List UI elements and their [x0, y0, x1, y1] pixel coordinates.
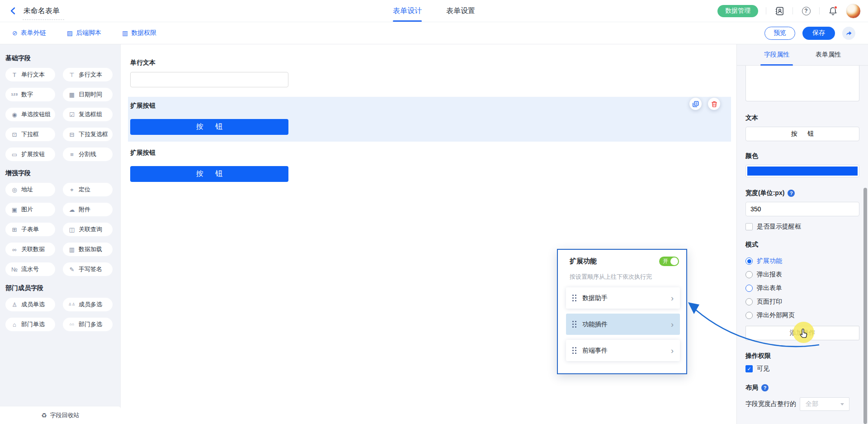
field-pill[interactable]: ▭ 扩展按钮 [5, 148, 55, 161]
save-button[interactable]: 保存 [802, 27, 835, 40]
field-pill-icon: 123 [11, 93, 18, 96]
row-width-select[interactable]: 全部 [800, 397, 849, 411]
user-avatar[interactable] [846, 4, 861, 19]
field-pill[interactable]: ⌖ 定位 [63, 183, 113, 196]
popup-item[interactable]: 前端事件 › [566, 340, 680, 361]
width-input[interactable] [745, 202, 859, 216]
field-pill[interactable]: ☁ 附件 [63, 203, 113, 216]
field-pill[interactable]: ▦ 日期时间 [63, 88, 113, 101]
properties-tab[interactable]: 字段属性 [764, 44, 789, 65]
reminder-checkbox-row[interactable]: 是否显示提醒框 [745, 223, 859, 231]
field-pill[interactable]: T 单行文本 [5, 68, 55, 81]
add-action-button[interactable]: 添加操作 [745, 326, 859, 340]
checkbox-checked-icon[interactable]: ✓ [745, 365, 753, 372]
chevron-right-icon: › [671, 294, 674, 302]
workspace: 基础字段 T 单行文本 ⊤ 多行文本 123 数字 [0, 44, 868, 424]
field-pill[interactable]: ⊤ 多行文本 [63, 68, 113, 81]
color-picker[interactable] [745, 165, 859, 177]
field-pill[interactable]: ◎ 地址 [5, 183, 55, 196]
back-button[interactable] [9, 7, 17, 15]
toolbar-links: ⊘ 表单外链 ▨ 后端脚本 ▥ 数据权限 [12, 29, 156, 37]
field-pill[interactable]: ☑ 复选框组 [63, 108, 113, 121]
help-icon[interactable]: ? [801, 5, 811, 16]
button-text-input[interactable] [745, 127, 859, 141]
properties-panel: 字段属性 表单属性 文本 颜色 宽度(单位:px) ? [736, 44, 868, 424]
field-label: 扩展按钮 [130, 102, 731, 110]
vertical-scrollbar[interactable] [863, 188, 867, 424]
preview-button[interactable]: 预览 [764, 27, 795, 40]
form-canvas: 单行文本 扩展按钮 按 钮 扩展按钮 按 钮 [121, 44, 736, 424]
permission-label: 操作权限 [745, 352, 859, 360]
radio-icon[interactable] [745, 285, 753, 292]
field-library-sidebar: 基础字段 T 单行文本 ⊤ 多行文本 123 数字 [0, 44, 121, 424]
field-pill[interactable]: ✎ 手写签名 [63, 262, 113, 276]
radio-icon[interactable] [745, 257, 753, 265]
field-pill[interactable]: ♙ 成员单选 [5, 298, 55, 311]
help-icon[interactable]: ? [761, 384, 769, 391]
field-pill-icon: ⌂ [11, 322, 18, 328]
canvas-field-button-selected[interactable]: 扩展按钮 按 钮 [128, 97, 731, 142]
field-pill[interactable]: ⊟ 下拉复选框 [63, 128, 113, 141]
field-pill[interactable]: ⊞ 子表单 [5, 223, 55, 236]
toolbar-link[interactable]: ▨ 后端脚本 [67, 29, 101, 37]
drag-handle-icon[interactable] [572, 347, 576, 354]
field-pill[interactable]: ⌂ 部门单选 [5, 318, 55, 331]
radio-icon[interactable] [745, 312, 753, 319]
field-pill[interactable]: 123 数字 [5, 88, 55, 101]
radio-icon[interactable] [745, 271, 753, 278]
field-pill[interactable]: ◉ 单选按钮组 [5, 108, 55, 121]
row-width-label: 字段宽度占整行的 [745, 400, 796, 408]
address-book-icon[interactable] [774, 5, 785, 16]
radio-icon[interactable] [745, 298, 753, 305]
extension-toggle[interactable]: 开 [659, 257, 679, 266]
popup-item[interactable]: 功能插件 › [566, 314, 680, 335]
field-pill[interactable]: ▥ 数据加载 [63, 243, 113, 256]
canvas-field-button[interactable]: 扩展按钮 按 钮 [130, 149, 736, 182]
help-icon[interactable]: ? [788, 190, 795, 197]
notification-bell-icon[interactable] [827, 5, 838, 16]
properties-tab[interactable]: 表单属性 [816, 44, 841, 65]
field-pill-icon: № [11, 267, 18, 272]
drag-handle-icon[interactable] [572, 295, 576, 302]
field-recycle-bin[interactable]: ♻ 字段回收站 [0, 406, 121, 424]
field-pill[interactable]: ⊡ 下拉框 [5, 128, 55, 141]
share-icon[interactable] [842, 27, 855, 40]
toolbar-link[interactable]: ▥ 数据权限 [122, 29, 156, 37]
delete-icon[interactable] [708, 98, 720, 110]
header-tab[interactable]: 表单设置 [446, 0, 475, 22]
mode-radio-row[interactable]: 弹出外部网页 [745, 309, 859, 322]
canvas-field-text[interactable]: 单行文本 [130, 59, 736, 87]
form-toolbar: ⊘ 表单外链 ▨ 后端脚本 ▥ 数据权限 预览 保存 [0, 22, 868, 44]
field-pill-icon: ◫ [68, 227, 75, 233]
popup-item[interactable]: 数据助手 › [566, 287, 680, 309]
header-tab[interactable]: 表单设计 [393, 0, 422, 22]
section-title: 基础字段 [5, 54, 115, 62]
field-pill-icon: ≡ [68, 152, 75, 157]
field-pill[interactable]: ♙♙ 成员多选 [63, 298, 113, 311]
extend-button[interactable]: 按 钮 [130, 166, 288, 182]
field-pill-icon: ✎ [68, 267, 75, 272]
field-pill[interactable]: ◫ 关联查询 [63, 223, 113, 236]
field-pill[interactable]: ▣ 图片 [5, 203, 55, 216]
field-pill[interactable]: ∞ 关联数据 [5, 243, 55, 256]
checkbox-unchecked-icon[interactable] [745, 223, 753, 230]
popup-title: 扩展功能 [570, 257, 597, 266]
form-title[interactable]: 未命名表单 [24, 6, 60, 16]
scrolled-textarea[interactable] [745, 66, 859, 101]
copy-icon[interactable] [689, 98, 702, 110]
single-line-text-input[interactable] [130, 72, 288, 87]
data-manage-button[interactable]: 数据管理 [717, 5, 758, 17]
field-pill[interactable]: № 流水号 [5, 262, 55, 276]
toolbar-link[interactable]: ⊘ 表单外链 [12, 29, 46, 37]
field-pill[interactable]: ⌂⌂ 部门多选 [63, 318, 113, 331]
mode-radio-row[interactable]: 弹出表单 [745, 281, 859, 295]
mode-radio-row[interactable]: 页面打印 [745, 295, 859, 309]
member-fields: ♙ 成员单选 ♙♙ 成员多选 ⌂ 部门单选 ⌂⌂ [5, 298, 115, 331]
field-pill[interactable]: ≡ 分割线 [63, 148, 113, 161]
mode-radio-row[interactable]: 扩展功能 [745, 254, 859, 268]
visible-checkbox-row[interactable]: ✓ 可见 [745, 365, 859, 373]
extend-button[interactable]: 按 钮 [130, 119, 288, 135]
drag-handle-icon[interactable] [572, 321, 576, 328]
chevron-left-icon [9, 7, 17, 15]
mode-radio-row[interactable]: 弹出报表 [745, 268, 859, 281]
